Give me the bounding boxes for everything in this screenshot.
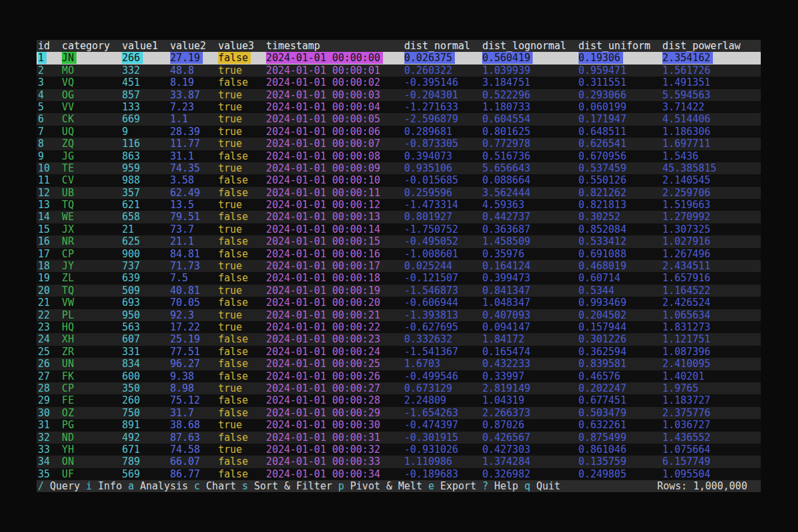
cell-timestamp: 2024-01-01 00:00:10 [266, 174, 404, 186]
table-row[interactable]: 11CV9883.58false2024-01-01 00:00:10-0.01… [37, 174, 761, 186]
cell-category: CP [62, 248, 122, 260]
table-row[interactable]: 35UF56986.77false2024-01-01 00:00:34-0.1… [37, 468, 761, 480]
menu-key: e [428, 480, 434, 492]
menu-item-quit[interactable]: q Quit [524, 480, 560, 492]
cell-id: 1 [38, 52, 62, 64]
cell-dist_uniform: 0.533412 [579, 235, 662, 247]
table-row[interactable]: 21VW69370.05false2024-01-01 00:00:20-0.6… [37, 297, 761, 309]
column-header-category[interactable]: category [62, 40, 122, 52]
table-row[interactable]: 24XH60725.19false2024-01-01 00:00:230.33… [37, 333, 761, 345]
menu-key: q [524, 480, 530, 492]
cell-timestamp: 2024-01-01 00:00:26 [266, 370, 404, 382]
table-row[interactable]: 30OZ75031.7false2024-01-01 00:00:29-1.65… [37, 407, 761, 419]
cell-timestamp: 2024-01-01 00:00:08 [266, 150, 404, 162]
menu-item-info[interactable]: i Info [86, 480, 122, 492]
cell-value1: 639 [122, 272, 170, 284]
table-row[interactable]: 16NR62521.1false2024-01-01 00:00:15-0.49… [37, 235, 761, 247]
status-bar: / Queryi Infoa Analysisc Charts Sort & F… [37, 480, 761, 492]
column-header-dist_uniform[interactable]: dist_uniform [579, 40, 662, 52]
table-row[interactable]: 27FK6009.38false2024-01-01 00:00:26-0.49… [37, 370, 761, 382]
cell-value2: 70.05 [170, 297, 218, 309]
menu-item-export[interactable]: e Export [428, 480, 476, 492]
column-header-value3[interactable]: value3 [218, 40, 266, 52]
column-header-dist_powerlaw[interactable]: dist_powerlaw [662, 40, 758, 52]
cell-dist_uniform: 0.959471 [579, 65, 662, 76]
cell-value1: 509 [122, 285, 170, 297]
cell-value2: 40.81 [170, 285, 218, 297]
cell-dist_powerlaw: 2.259706 [662, 187, 758, 199]
menu-key: ? [482, 480, 488, 492]
menu-key: s [242, 480, 248, 492]
table-row[interactable]: 2MO33248.8true2024-01-01 00:00:010.26032… [37, 65, 761, 76]
cell-category: VW [62, 297, 122, 309]
column-header-value2[interactable]: value2 [170, 40, 218, 52]
table-row[interactable]: 33YH67174.58true2024-01-01 00:00:32-0.93… [37, 444, 761, 456]
cell-value1: 625 [122, 235, 170, 247]
cell-value1: 260 [122, 394, 170, 406]
cell-value3: false [218, 407, 266, 419]
cell-id: 10 [38, 162, 62, 174]
table-row[interactable]: 17CP90084.81false2024-01-01 00:00:16-1.0… [37, 248, 761, 260]
cell-category: CV [62, 174, 122, 186]
cell-timestamp: 2024-01-01 00:00:20 [266, 297, 404, 309]
table-row[interactable]: 5VV1337.23true2024-01-01 00:00:04-1.2716… [37, 101, 761, 113]
menu-item-sort-filter[interactable]: s Sort & Filter [242, 480, 332, 492]
menu-item-query[interactable]: / Query [38, 480, 80, 492]
table-row[interactable]: 23HQ56317.22true2024-01-01 00:00:22-0.62… [37, 321, 761, 333]
menu-item-chart[interactable]: c Chart [194, 480, 236, 492]
column-header-id[interactable]: id [38, 40, 62, 52]
cell-dist_powerlaw: 1.491351 [662, 76, 758, 88]
cell-dist_uniform: 0.293066 [579, 89, 662, 101]
column-header-timestamp[interactable]: timestamp [266, 40, 404, 52]
cell-timestamp: 2024-01-01 00:00:07 [266, 138, 404, 150]
table-row[interactable]: 6CK6691.1true2024-01-01 00:00:05-2.59687… [37, 113, 761, 125]
table-row[interactable]: 20TQ50940.81true2024-01-01 00:00:19-1.54… [37, 285, 761, 297]
cell-dist_powerlaw: 2.354162 [662, 52, 758, 64]
cell-value2: 28.39 [170, 126, 218, 138]
table-row[interactable]: 4OG85733.87true2024-01-01 00:00:03-0.204… [37, 89, 761, 101]
table-row[interactable]: 12UB35762.49false2024-01-01 00:00:110.25… [37, 187, 761, 199]
cell-id: 32 [38, 432, 62, 444]
cell-dist_uniform: 0.311551 [579, 76, 662, 88]
table-row[interactable]: 31PG89138.68true2024-01-01 00:00:30-0.47… [37, 419, 761, 431]
column-header-value1[interactable]: value1 [122, 40, 170, 52]
column-header-dist_normal[interactable]: dist_normal [404, 40, 482, 52]
cell-dist_uniform: 0.202247 [579, 382, 662, 394]
table-row[interactable]: 7UQ928.39true2024-01-01 00:00:060.289681… [37, 126, 761, 138]
table-row[interactable]: 18JY73771.73true2024-01-01 00:00:170.025… [37, 260, 761, 272]
cell-dist_lognormal: 0.164124 [482, 260, 578, 272]
table-row[interactable]: 28CP3508.98true2024-01-01 00:00:270.6731… [37, 382, 761, 394]
table-row[interactable]: 3VQ4518.19false2024-01-01 00:00:02-0.395… [37, 76, 761, 88]
column-header-dist_lognormal[interactable]: dist_lognormal [482, 40, 578, 52]
table-row[interactable]: 25ZR33177.51false2024-01-01 00:00:24-1.5… [37, 346, 761, 358]
cell-value1: 900 [122, 248, 170, 260]
table-row[interactable]: 10TE95974.35true2024-01-01 00:00:090.935… [37, 162, 761, 174]
table-row[interactable]: 13TQ62113.5true2024-01-01 00:00:12-1.473… [37, 199, 761, 211]
cell-id: 21 [38, 297, 62, 309]
table-row[interactable]: 34ON78966.07false2024-01-01 00:00:331.11… [37, 456, 761, 467]
cell-category: JG [62, 150, 122, 162]
cell-value3: false [218, 297, 266, 309]
table-row[interactable]: 8ZQ11611.77true2024-01-01 00:00:07-0.873… [37, 138, 761, 150]
cell-category: NR [62, 235, 122, 247]
table-row[interactable]: 14WE65879.51false2024-01-01 00:00:130.80… [37, 211, 761, 223]
menu-item-help[interactable]: ? Help [482, 480, 518, 492]
menu-item-pivot-melt[interactable]: p Pivot & Melt [338, 480, 422, 492]
cell-timestamp: 2024-01-01 00:00:00 [266, 52, 404, 64]
cell-category: UQ [62, 126, 122, 138]
cell-category: XH [62, 333, 122, 345]
table-row[interactable]: 26UN83496.27false2024-01-01 00:00:251.67… [37, 358, 761, 370]
table-row[interactable]: 19ZL6397.5false2024-01-01 00:00:18-0.121… [37, 272, 761, 284]
table-row[interactable]: 1JN26627.19false2024-01-01 00:00:000.026… [37, 52, 761, 64]
cell-dist_uniform: 0.993469 [579, 297, 662, 309]
table-row[interactable]: 9JG86331.1false2024-01-01 00:00:080.3940… [37, 150, 761, 162]
menu-item-analysis[interactable]: a Analysis [128, 480, 188, 492]
cell-value3: true [218, 223, 266, 235]
table-row[interactable]: 32ND49287.63false2024-01-01 00:00:31-0.3… [37, 432, 761, 444]
table-row[interactable]: 22PL95092.3true2024-01-01 00:00:21-1.393… [37, 309, 761, 321]
table-row[interactable]: 29FE26075.12false2024-01-01 00:00:282.24… [37, 394, 761, 406]
table-row[interactable]: 15JX2173.7true2024-01-01 00:00:14-1.7507… [37, 223, 761, 235]
cell-category: ND [62, 432, 122, 444]
cell-dist_powerlaw: 2.410095 [662, 358, 758, 370]
cell-dist_lognormal: 3.562444 [482, 187, 578, 199]
